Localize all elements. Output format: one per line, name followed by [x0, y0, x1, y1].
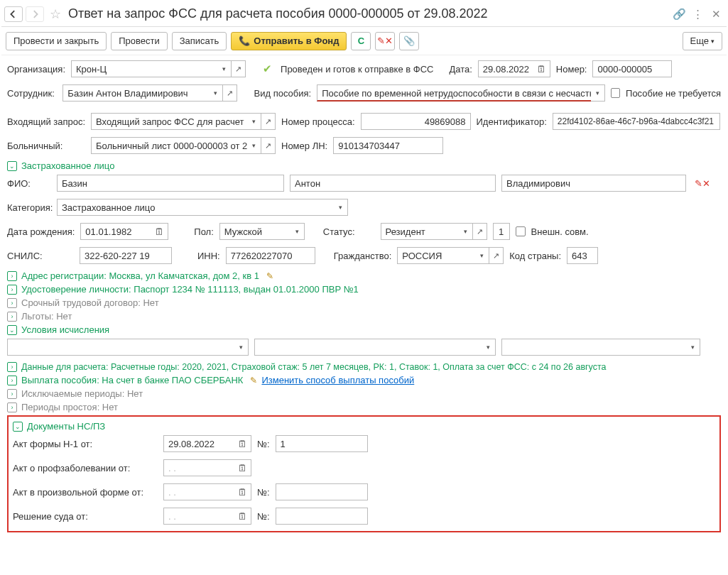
address-toggle[interactable]: ›Адрес регистрации: Москва, ул Камчатска… — [7, 270, 721, 281]
act-h1-date[interactable]: 29.08.2022 — [163, 435, 234, 452]
snils-label: СНИЛС: — [7, 251, 74, 261]
birth-label: Дата рождения: — [7, 226, 75, 237]
kebab-icon[interactable]: ⋮ — [690, 6, 705, 22]
identifier-input[interactable]: 22fd4102-86ae-46c7-b96a-4dabcc4c3f21 — [553, 113, 720, 130]
attach-button[interactable]: 📎 — [399, 32, 419, 50]
page-title: Ответ на запрос ФСС для расчета пособия … — [68, 6, 668, 21]
benefit-input[interactable]: Пособие по временной нетрудоспособности … — [317, 84, 591, 102]
country-code-input[interactable]: 643 — [567, 247, 598, 264]
inn-label: ИНН: — [197, 251, 220, 261]
pencil-icon[interactable]: ✎ — [266, 271, 273, 281]
snils-input[interactable]: 322-620-227 19 — [80, 247, 172, 264]
date-input[interactable]: 29.08.2022 — [478, 60, 533, 77]
act-h1-num[interactable]: 1 — [276, 435, 368, 452]
status-text: Проведен и готов к отправке в ФСС — [281, 64, 433, 75]
employee-label: Сотрудник: — [7, 88, 57, 99]
payment-toggle[interactable]: ›Выплата пособия: На счет в банке ПАО СБ… — [7, 375, 721, 385]
firstname-input[interactable]: Антон — [290, 175, 496, 192]
send-to-fund-button[interactable]: 📞Отправить в Фонд — [231, 32, 347, 50]
inn-input[interactable]: 772620227070 — [226, 247, 315, 264]
process-label: Номер процесса: — [281, 116, 355, 127]
forward-button[interactable] — [26, 6, 44, 22]
act-prof-date[interactable]: . . — [163, 459, 234, 476]
more-button[interactable]: Еще ▾ — [683, 32, 722, 50]
status-ok-icon: ✔ — [263, 62, 272, 75]
process-input[interactable]: 49869088 — [361, 113, 471, 130]
no-benefit-label: Пособие не требуется — [626, 88, 721, 99]
status-n-input[interactable]: 1 — [493, 223, 510, 240]
status-label: Статус: — [323, 226, 355, 237]
citizenship-input[interactable]: РОССИЯ — [397, 247, 475, 264]
act-free-num[interactable] — [276, 483, 368, 500]
sick-input[interactable]: Больничный лист 0000-000003 от 28 — [91, 137, 247, 154]
citizenship-label: Гражданство: — [334, 251, 392, 261]
idle-toggle[interactable]: ›Периоды простоя: Нет — [7, 402, 721, 412]
open-icon[interactable]: ↗ — [232, 60, 246, 77]
ln-label: Номер ЛН: — [281, 141, 327, 151]
status-input[interactable]: Резидент — [381, 223, 459, 240]
docs-toggle[interactable]: ⌄Документы НС/ПЗ — [13, 421, 715, 432]
incoming-label: Входящий запрос: — [7, 116, 85, 127]
act-h1-label: Акт формы Н-1 от: — [13, 439, 158, 449]
category-label: Категория: — [7, 202, 51, 213]
external-checkbox[interactable] — [516, 226, 526, 236]
edit-payment-link[interactable]: Изменить способ выплаты пособий — [261, 375, 414, 385]
lastname-input[interactable]: Базин — [57, 175, 284, 192]
drop-icon[interactable]: ▾ — [217, 60, 232, 77]
back-button[interactable] — [4, 6, 23, 22]
court-date[interactable]: . . — [163, 508, 234, 525]
ln-input[interactable]: 910134703447 — [333, 137, 443, 154]
calc-data-toggle[interactable]: ›Данные для расчета: Расчетные годы: 202… — [7, 362, 721, 372]
refresh-button[interactable]: C — [351, 32, 371, 50]
post-and-close-button[interactable]: Провести и закрыть — [6, 32, 107, 50]
no-benefit-checkbox[interactable] — [611, 88, 620, 98]
org-input[interactable]: Крон-Ц — [71, 60, 217, 77]
post-button[interactable]: Провести — [111, 32, 168, 50]
act-free-date[interactable]: . . — [163, 483, 234, 500]
pencil-icon[interactable]: ✎ — [250, 376, 257, 385]
date-label: Дата: — [449, 64, 472, 75]
act-prof-label: Акт о профзаболевании от: — [13, 463, 158, 473]
act-free-label: Акт в произвольной форме от: — [13, 487, 158, 498]
conditions-toggle[interactable]: ⌄Условия исчисления — [7, 324, 721, 335]
insured-section-toggle[interactable]: ⌄Застрахованное лицо — [7, 160, 721, 171]
org-label: Организация: — [7, 64, 65, 75]
incoming-input[interactable]: Входящий запрос ФСС для расчет — [91, 113, 247, 130]
category-input[interactable]: Застрахованное лицо — [57, 199, 334, 216]
cond3-input[interactable] — [501, 339, 686, 356]
identity-toggle[interactable]: ›Удостоверение личности: Паспорт 1234 № … — [7, 284, 721, 295]
court-label: Решение суда от: — [13, 511, 158, 522]
middlename-input[interactable]: Владимирович — [501, 175, 686, 192]
gender-label: Пол: — [194, 226, 214, 237]
favorite-icon[interactable]: ☆ — [50, 6, 61, 22]
clear-icon[interactable]: ✎✕ — [695, 178, 710, 189]
number-label: Номер: — [556, 64, 587, 75]
cond2-input[interactable] — [254, 339, 482, 356]
identifier-label: Идентификатор: — [477, 116, 547, 127]
cond1-input[interactable] — [7, 339, 234, 356]
fio-label: ФИО: — [7, 178, 51, 189]
calendar-icon[interactable]: 🗓 — [533, 60, 550, 77]
employee-input[interactable]: Базин Антон Владимирович — [63, 84, 209, 102]
number-input[interactable]: 0000-000005 — [592, 60, 672, 77]
court-num[interactable] — [276, 508, 368, 525]
birth-input[interactable]: 01.01.1982 — [80, 223, 151, 240]
lgoty-toggle[interactable]: ›Льготы: Нет — [7, 311, 721, 322]
external-label: Внешн. совм. — [531, 226, 589, 237]
link-icon[interactable]: 🔗 — [671, 6, 687, 22]
sick-label: Больничный: — [7, 141, 85, 151]
save-button[interactable]: Записать — [172, 32, 227, 50]
gender-input[interactable]: Мужской — [219, 223, 290, 240]
country-code-label: Код страны: — [509, 251, 561, 261]
benefit-label: Вид пособия: — [254, 88, 312, 99]
close-icon[interactable]: ✕ — [708, 6, 724, 22]
tool-button[interactable]: ✎✕ — [375, 32, 395, 50]
urgent-toggle[interactable]: ›Срочный трудовой договор: Нет — [7, 297, 721, 308]
excluded-toggle[interactable]: ›Исключаемые периоды: Нет — [7, 388, 721, 399]
